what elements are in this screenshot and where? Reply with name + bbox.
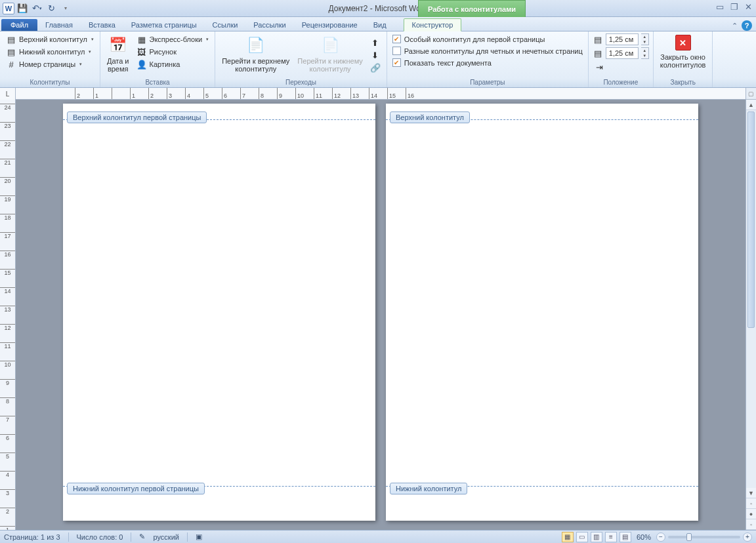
view-web-button[interactable]: ▥ — [591, 532, 602, 542]
restore-icon[interactable]: ❐ — [730, 2, 738, 12]
goto-header-icon: 📄 — [245, 35, 266, 56]
close-header-footer-button[interactable]: ✕ Закрыть окно колонтитулов — [658, 33, 709, 77]
different-odd-even-checkbox[interactable]: Разные колонтитулы для четных и нечетных… — [391, 45, 584, 56]
date-time-button[interactable]: 📅 Дата и время — [104, 33, 132, 77]
header-button[interactable]: ▤Верхний колонтитул▾ — [4, 33, 96, 45]
footer-pos-icon: ▤ — [593, 48, 603, 58]
tab-home[interactable]: Главная — [37, 19, 81, 31]
document-area: 242322212019181716151413121110987654321 … — [0, 100, 756, 530]
browse-object-button[interactable]: ● — [746, 509, 756, 519]
status-language[interactable]: русский — [153, 533, 178, 541]
close-icon[interactable]: ✕ — [745, 2, 752, 12]
quick-parts-icon: ▦ — [136, 34, 147, 45]
view-outline-button[interactable]: ≡ — [605, 532, 617, 542]
word-app-icon[interactable]: W — [3, 3, 14, 14]
link-icon: 🔗 — [370, 63, 381, 73]
scroll-up-button[interactable]: ▲ — [746, 100, 756, 110]
header-pos-icon: ▤ — [593, 34, 603, 45]
calendar-icon: 📅 — [108, 35, 129, 56]
align-tab-icon: ⇥ — [595, 62, 605, 72]
proofing-icon[interactable]: ✎ — [139, 533, 145, 541]
group-insert: 📅 Дата и время ▦Экспресс-блоки▾ 🖼Рисунок… — [100, 31, 215, 87]
title-bar: W 💾 ↶▾ ↻ ▾ Документ2 - Microsoft Word Ра… — [0, 0, 756, 17]
link-previous-button: 🔗 — [368, 62, 383, 74]
insert-alignment-tab-button[interactable]: ⇥ — [593, 61, 649, 73]
group-options: Особый колонтитул для первой страницы Ра… — [387, 31, 589, 87]
group-label: Закрыть — [658, 77, 709, 87]
prev-page-button[interactable]: ◦ — [746, 498, 756, 509]
view-print-layout-button[interactable]: ▦ — [562, 532, 574, 542]
goto-footer-icon: 📄 — [320, 35, 341, 56]
group-label: Колонтитулы — [4, 77, 96, 87]
group-label: Вставка — [104, 77, 211, 87]
tab-insert[interactable]: Вставка — [81, 19, 123, 31]
quick-parts-button[interactable]: ▦Экспресс-блоки▾ — [135, 33, 211, 45]
footer-button[interactable]: ▤Нижний колонтитул▾ — [4, 46, 96, 58]
scroll-down-button[interactable]: ▼ — [746, 488, 756, 498]
close-x-icon: ✕ — [675, 35, 691, 50]
group-label: Параметры — [391, 77, 584, 87]
view-full-screen-button[interactable]: ▭ — [576, 532, 588, 542]
pages-viewport[interactable]: Верхний колонтитул первой страницы Нижни… — [16, 100, 746, 530]
horizontal-ruler[interactable]: 2112345678910111213141516 — [16, 88, 746, 99]
vertical-scrollbar[interactable]: ▲ ▼ ◦ ● ◦ — [746, 100, 756, 530]
zoom-in-button[interactable]: + — [743, 533, 752, 542]
scroll-thumb[interactable] — [747, 111, 755, 328]
zoom-slider[interactable] — [668, 536, 740, 538]
zoom-percent[interactable]: 60% — [637, 533, 651, 541]
clip-art-button[interactable]: 👤Картинка — [135, 58, 211, 70]
next-page-button[interactable]: ◦ — [746, 519, 756, 530]
vertical-ruler[interactable]: 242322212019181716151413121110987654321 — [0, 100, 16, 530]
tab-page-layout[interactable]: Разметка страницы — [123, 19, 205, 31]
status-word-count[interactable]: Число слов: 0 — [77, 533, 123, 541]
macro-icon[interactable]: ▣ — [196, 533, 202, 541]
different-first-page-checkbox[interactable]: Особый колонтитул для первой страницы — [391, 33, 584, 45]
redo-icon[interactable]: ↻ — [45, 2, 58, 15]
tab-mailings[interactable]: Рассылки — [245, 19, 293, 31]
picture-button[interactable]: 🖼Рисунок — [135, 46, 211, 58]
status-bar: Страница: 1 из 3 Число слов: 0 ✎ русский… — [0, 530, 756, 543]
header-from-top-spinner[interactable]: ▤1,25 см▲▼ — [593, 33, 649, 45]
footer-icon: ▤ — [6, 47, 16, 57]
undo-icon[interactable]: ↶▾ — [30, 2, 43, 15]
page-1[interactable]: Верхний колонтитул первой страницы Нижни… — [63, 104, 375, 521]
horizontal-ruler-row: L 2112345678910111213141516 ▢ — [0, 88, 756, 100]
footer-tab-page1: Нижний колонтитул первой страницы — [67, 483, 205, 494]
group-navigation: 📄 Перейти к верхнему колонтитулу 📄 Перей… — [215, 31, 387, 87]
page-2[interactable]: Верхний колонтитул Нижний колонтитул — [386, 104, 698, 521]
group-label: Положение — [593, 77, 649, 87]
tab-references[interactable]: Ссылки — [205, 19, 246, 31]
qat-customize-icon[interactable]: ▾ — [59, 2, 72, 15]
ruler-toggle-button[interactable]: ▢ — [746, 88, 756, 99]
goto-header-button[interactable]: 📄 Перейти к верхнему колонтитулу — [219, 33, 292, 77]
goto-footer-button: 📄 Перейти к нижнему колонтитулу — [295, 33, 365, 77]
next-section-button: ⬇ — [368, 50, 383, 62]
quick-access-toolbar: W 💾 ↶▾ ↻ ▾ — [0, 2, 72, 15]
group-position: ▤1,25 см▲▼ ▤1,25 см▲▼ ⇥ Положение — [589, 31, 654, 87]
header-tab-page2: Верхний колонтитул — [390, 111, 470, 123]
zoom-out-button[interactable]: − — [656, 533, 665, 542]
minimize-icon[interactable]: ▭ — [716, 2, 724, 12]
show-document-text-checkbox[interactable]: Показать текст документа — [391, 57, 584, 68]
header-tab-page1: Верхний колонтитул первой страницы — [67, 111, 207, 123]
next-icon: ⬇ — [370, 50, 381, 61]
ribbon-tabs: Файл Главная Вставка Разметка страницы С… — [0, 17, 756, 31]
tab-view[interactable]: Вид — [366, 19, 394, 31]
footer-from-bottom-spinner[interactable]: ▤1,25 см▲▼ — [593, 47, 649, 59]
group-close: ✕ Закрыть окно колонтитулов Закрыть — [654, 31, 713, 87]
tab-design[interactable]: Конструктор — [404, 18, 462, 31]
window-title: Документ2 - Microsoft Word — [328, 4, 427, 13]
tab-selector[interactable]: L — [0, 88, 16, 100]
view-draft-button[interactable]: ▤ — [620, 532, 631, 542]
save-icon[interactable]: 💾 — [16, 2, 29, 15]
window-controls: ▭ ❐ ✕ — [716, 2, 752, 12]
group-headers-footers: ▤Верхний колонтитул▾ ▤Нижний колонтитул▾… — [0, 31, 100, 87]
prev-icon: ⬆ — [370, 38, 381, 49]
ribbon-minimize-icon[interactable]: ⌃ — [732, 22, 738, 30]
page-number-button[interactable]: #Номер страницы▾ — [4, 58, 96, 70]
help-icon[interactable]: ? — [742, 20, 752, 31]
tab-file[interactable]: Файл — [1, 19, 37, 31]
status-page[interactable]: Страница: 1 из 3 — [4, 533, 60, 541]
tab-review[interactable]: Рецензирование — [294, 19, 366, 31]
picture-icon: 🖼 — [136, 47, 147, 57]
